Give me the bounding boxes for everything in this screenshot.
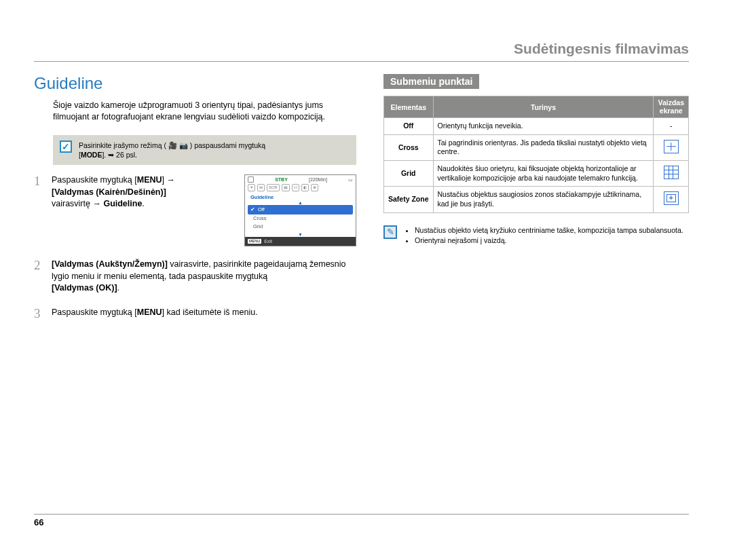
page-number: 66 (34, 514, 689, 527)
step-number: 1 (34, 174, 45, 246)
rec-icon (248, 176, 254, 183)
note-box: ✓ Pasirinkite įrašymo režimą ( 🎥 📷 ) pas… (53, 135, 356, 165)
grid-icon (664, 166, 679, 179)
check-icon: ✓ (60, 141, 72, 153)
submenu-table: Elementas Turinys Vaizdasekrane Off Orie… (383, 96, 689, 213)
step-3: 3 Paspauskite mygtuką [MENU] kad išeitum… (34, 307, 356, 320)
cross-icon (664, 140, 679, 153)
th-content: Turinys (433, 96, 654, 118)
th-display: Vaizdasekrane (654, 96, 689, 118)
time-remaining: [220Min] (309, 176, 327, 183)
table-row: Off Orientyrų funkcija neveikia. - (384, 118, 689, 135)
stby-label: STBY (275, 176, 288, 183)
step-2: 2 [Valdymas (Aukštyn/Žemyn)] vairasvirte… (34, 259, 356, 295)
battery-icon: ▭ (348, 176, 353, 183)
page-header: Sudėtingesnis filmavimas (34, 41, 689, 62)
step-1: 1 Paspauskite mygtuką [MENU] → [Valdymas… (34, 174, 356, 246)
tip-item: Nustačius objekto vietą kryžiuko centrin… (415, 225, 683, 236)
menu-icon: MENU (248, 239, 261, 244)
tip-box: ✎ Nustačius objekto vietą kryžiuko centr… (383, 225, 689, 246)
tip-item: Orientyrai neįrašomi į vaizdą. (415, 236, 683, 246)
step-number: 3 (34, 307, 45, 320)
intro-text: Šioje vaizdo kameroje užprogramuoti 3 or… (34, 100, 356, 123)
note-text: Pasirinkite įrašymo režimą ( 🎥 📷 ) paspa… (79, 141, 265, 160)
safety-zone-icon (664, 191, 679, 205)
lcd-preview: STBY [220Min] ▭ ☀⊞SCR▤⊡◐⊕ Guideline ▲ ✔O… (244, 174, 356, 246)
note-icon: ✎ (383, 225, 397, 239)
submenu-header: Submeniu punktai (383, 74, 479, 89)
step-number: 2 (34, 259, 45, 295)
section-title: Guideline (34, 74, 356, 93)
table-row: Safety Zone Nustačius objektus saugiosio… (384, 187, 689, 212)
lcd-item-off: ✔Off (248, 205, 353, 214)
th-element: Elementas (384, 96, 434, 118)
lcd-item-cross: Cross (248, 214, 353, 223)
table-row: Grid Naudokitės šiuo orietyru, kai fiksu… (384, 161, 689, 187)
table-row: Cross Tai pagrindinis orientyras. Jis pa… (384, 134, 689, 160)
lcd-item-grid: Grid (248, 223, 353, 231)
